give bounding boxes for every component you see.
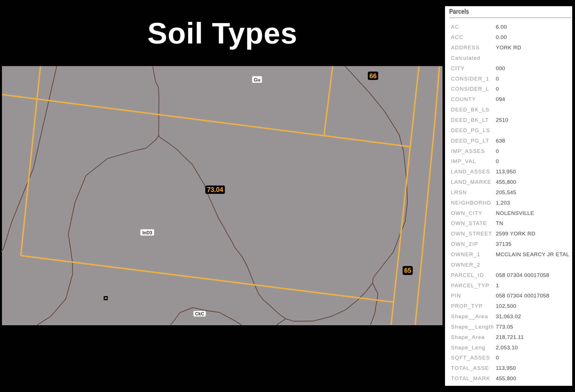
svg-text:CkC: CkC xyxy=(195,311,204,316)
svg-text:InD3: InD3 xyxy=(142,230,152,235)
svg-text:66: 66 xyxy=(369,72,377,80)
svg-text:65: 65 xyxy=(404,267,411,274)
svg-text:73.04: 73.04 xyxy=(207,186,223,193)
svg-text:Gu: Gu xyxy=(254,77,261,82)
